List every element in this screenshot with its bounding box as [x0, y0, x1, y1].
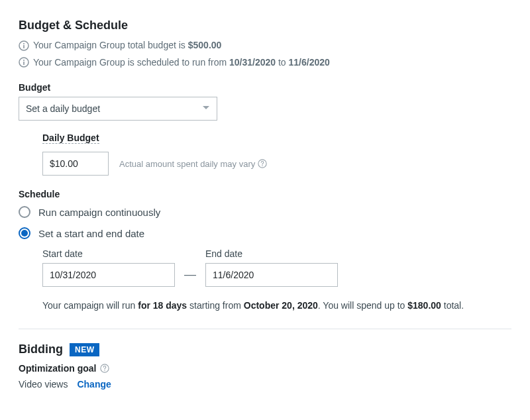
- new-badge: NEW: [70, 343, 100, 356]
- start-date-input[interactable]: [42, 263, 175, 287]
- svg-point-1: [23, 43, 25, 44]
- optimization-goal-label: Optimization goal: [19, 363, 109, 374]
- change-optimization-goal-link[interactable]: Change: [77, 379, 111, 390]
- info-icon: [19, 57, 29, 68]
- daily-budget-input[interactable]: [42, 152, 109, 176]
- radio-start-end-date[interactable]: Set a start and end date: [19, 227, 511, 239]
- chevron-down-icon: [202, 103, 210, 114]
- campaign-schedule-info: Your Campaign Group is scheduled to run …: [19, 56, 511, 70]
- optimization-goal-value: Video views: [19, 379, 68, 390]
- end-date-label: End date: [205, 248, 338, 259]
- budget-schedule-title: Budget & Schedule: [19, 19, 511, 32]
- daily-budget-label: Daily Budget: [42, 132, 99, 144]
- schedule-summary: Your campaign will run for 18 days start…: [42, 299, 511, 313]
- budget-type-value: Set a daily budget: [26, 103, 100, 114]
- help-icon[interactable]: [258, 159, 267, 168]
- radio-label: Run campaign continuously: [38, 207, 160, 218]
- campaign-budget-info: Your Campaign Group total budget is $500…: [19, 39, 511, 52]
- start-date-label: Start date: [42, 248, 175, 259]
- budget-type-select[interactable]: Set a daily budget: [19, 97, 217, 121]
- svg-rect-5: [23, 62, 25, 65]
- radio-icon: [19, 206, 30, 218]
- radio-icon: [19, 227, 30, 239]
- budget-label: Budget: [19, 82, 511, 93]
- section-divider: [19, 329, 511, 329]
- bidding-title: Bidding: [19, 342, 63, 356]
- svg-point-9: [105, 370, 106, 371]
- radio-label: Set a start and end date: [38, 228, 144, 239]
- date-range-dash: —: [184, 268, 196, 287]
- radio-run-continuously[interactable]: Run campaign continuously: [19, 206, 511, 218]
- svg-point-7: [262, 165, 263, 166]
- info-icon: [19, 40, 29, 51]
- end-date-input[interactable]: [205, 263, 338, 287]
- svg-point-4: [23, 60, 25, 61]
- svg-rect-2: [23, 45, 25, 48]
- help-icon[interactable]: [100, 364, 109, 373]
- schedule-label: Schedule: [19, 189, 511, 199]
- daily-budget-hint: Actual amount spent daily may vary: [119, 159, 267, 169]
